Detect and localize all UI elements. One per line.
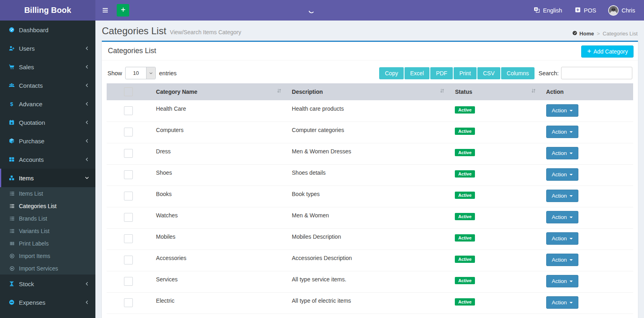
search-input[interactable]	[561, 67, 632, 79]
show-label: Show	[107, 70, 122, 76]
description-cell: Men & Women	[286, 207, 449, 229]
sidebar-item-label: Accounts	[19, 156, 44, 163]
sidebar-item-expenses[interactable]: Expenses	[0, 293, 95, 312]
sidebar-subitem-print-labels[interactable]: Print Labels	[0, 237, 95, 250]
status-cell: Active	[449, 101, 540, 122]
category-name-cell: Watches	[151, 207, 286, 229]
export-button-pdf[interactable]: PDF	[430, 67, 453, 79]
action-button[interactable]: Action	[546, 254, 579, 266]
sidebar-subitem-import-services[interactable]: Import Services	[0, 262, 95, 275]
export-button-excel[interactable]: Excel	[405, 67, 429, 79]
sidebar-item-items[interactable]: Items	[0, 169, 95, 187]
caret-down-icon	[570, 238, 573, 240]
sidebar-item-accounts[interactable]: Accounts	[0, 150, 95, 169]
language-menu[interactable]: A English	[533, 6, 562, 14]
list-icon	[9, 203, 15, 209]
breadcrumb-separator: >	[597, 31, 600, 37]
action-button[interactable]: Action	[546, 232, 579, 245]
row-checkbox[interactable]	[124, 170, 133, 179]
sidebar-subitem-brands-list[interactable]: Brands List	[0, 212, 95, 225]
sidebar-subitem-items-list[interactable]: Items List	[0, 187, 95, 200]
column-header-status[interactable]: Status	[449, 83, 540, 101]
description-cell: Mobiles Description	[286, 229, 449, 250]
sidebar-item-contacts[interactable]: Contacts	[0, 76, 95, 95]
quick-add-button[interactable]	[117, 4, 129, 17]
action-button[interactable]: Action	[546, 104, 579, 117]
action-button[interactable]: Action	[546, 147, 579, 159]
chevron-left-icon	[85, 281, 89, 286]
sidebar-item-dashboard[interactable]: Dashboard	[0, 21, 95, 39]
sidebar-item-advance[interactable]: $Advance	[0, 95, 95, 113]
cubes-icon	[8, 175, 15, 181]
hamburger-icon	[102, 7, 109, 14]
row-checkbox[interactable]	[124, 256, 133, 264]
page-title: Categories List View/Search Items Catego…	[102, 25, 638, 37]
add-category-button[interactable]: Add Category	[581, 45, 634, 58]
row-checkbox-cell	[107, 143, 151, 165]
select-all-checkbox[interactable]	[124, 87, 133, 96]
user-plus-icon	[8, 45, 15, 52]
table-body: Health CareHealth care productsActiveAct…	[107, 101, 633, 314]
row-checkbox[interactable]	[124, 106, 133, 115]
caret-down-icon	[570, 281, 573, 282]
sidebar-subitem-import-items[interactable]: Import Items	[0, 250, 95, 262]
action-cell: Action	[541, 186, 633, 207]
export-button-csv[interactable]: CSV	[477, 67, 500, 79]
sidebar-item-quotation[interactable]: Quotation	[0, 113, 95, 132]
row-checkbox[interactable]	[124, 277, 133, 286]
row-checkbox[interactable]	[124, 149, 133, 158]
sidebar-section: Sales	[0, 58, 95, 76]
brand-logo[interactable]: Billing Book	[0, 0, 95, 21]
import-icon	[9, 266, 15, 271]
grid-icon	[8, 156, 15, 163]
sidebar-item-sales[interactable]: Sales	[0, 58, 95, 76]
action-button[interactable]: Action	[546, 275, 579, 287]
sidebar-section: Expenses	[0, 293, 95, 312]
category-name-cell: Shoes	[151, 165, 286, 186]
sidebar-toggle-button[interactable]	[95, 0, 115, 21]
list-icon	[9, 191, 15, 196]
pos-button[interactable]: POS	[574, 6, 597, 14]
column-header-checkbox	[107, 83, 151, 101]
sidebar-subitem-variants-list[interactable]: Variants List	[0, 225, 95, 237]
row-checkbox[interactable]	[124, 298, 133, 307]
action-button[interactable]: Action	[546, 190, 579, 202]
row-checkbox[interactable]	[124, 213, 133, 222]
sidebar-item-purchase[interactable]: Purchase	[0, 132, 95, 150]
user-menu[interactable]: Chris	[608, 5, 635, 16]
content-header: Categories List View/Search Items Catego…	[95, 21, 644, 40]
action-button[interactable]: Action	[546, 126, 579, 138]
panel-title: Categories List	[108, 47, 632, 55]
sidebar-item-users[interactable]: Users	[0, 39, 95, 58]
chevron-down-icon	[85, 176, 89, 180]
table-right-controls: CopyExcelPDFPrintCSVColumns Search:	[379, 67, 632, 79]
description-cell: Computer categories	[286, 122, 449, 143]
row-checkbox[interactable]	[124, 192, 133, 200]
column-header-description[interactable]: Description	[286, 83, 449, 101]
pos-label: POS	[584, 7, 597, 14]
export-button-columns[interactable]: Columns	[501, 67, 535, 79]
table-row: ComputersComputer categoriesActiveAction	[107, 122, 633, 143]
chevron-down-icon	[146, 67, 155, 79]
breadcrumb-home[interactable]: Home	[572, 30, 594, 37]
row-checkbox[interactable]	[124, 234, 133, 243]
export-button-copy[interactable]: Copy	[379, 67, 404, 79]
action-button[interactable]: Action	[546, 168, 579, 181]
action-button[interactable]: Action	[546, 211, 579, 223]
column-header-category-name[interactable]: Category Name	[151, 83, 286, 101]
row-checkbox[interactable]	[124, 128, 133, 136]
status-cell: Active	[449, 229, 540, 250]
category-name-cell: Accessories	[151, 250, 286, 271]
cube-icon	[8, 138, 15, 144]
sidebar-item-label: Contacts	[19, 82, 43, 89]
status-badge: Active	[455, 149, 475, 156]
caret-down-icon	[570, 174, 573, 176]
category-name-cell: Mobiles	[151, 229, 286, 250]
entries-select[interactable]: 10	[125, 67, 156, 79]
sidebar-subitem-categories-list[interactable]: Categories List	[0, 200, 95, 212]
plus-square-icon	[574, 6, 581, 14]
caret-down-icon	[570, 153, 573, 154]
export-button-print[interactable]: Print	[454, 67, 477, 79]
action-button[interactable]: Action	[546, 296, 579, 309]
sidebar-item-stock[interactable]: Stock	[0, 275, 95, 293]
